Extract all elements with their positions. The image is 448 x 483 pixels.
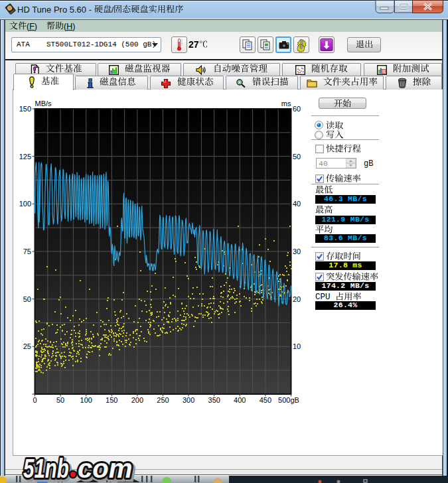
svg-text:ms: ms — [281, 100, 291, 107]
svg-text:350: 350 — [208, 396, 220, 404]
svg-text:30: 30 — [293, 247, 301, 255]
svg-text:300: 300 — [183, 396, 194, 404]
svg-text:400: 400 — [234, 396, 246, 404]
svg-text:40: 40 — [293, 200, 301, 208]
svg-text:125: 125 — [19, 153, 31, 161]
svg-text:20: 20 — [293, 295, 301, 303]
svg-text:150: 150 — [106, 396, 117, 404]
svg-text:200: 200 — [131, 396, 143, 404]
svg-text:25: 25 — [23, 342, 31, 350]
svg-text:100: 100 — [80, 396, 92, 404]
svg-text:250: 250 — [157, 396, 169, 404]
svg-text:50: 50 — [293, 153, 301, 161]
svg-text:150: 150 — [19, 105, 31, 113]
svg-text:450: 450 — [260, 396, 271, 404]
svg-text:10: 10 — [293, 342, 301, 350]
svg-text:60: 60 — [293, 105, 301, 113]
svg-text:com: com — [78, 454, 133, 483]
svg-text:100: 100 — [19, 200, 31, 208]
svg-text:500gB: 500gB — [278, 396, 299, 404]
svg-text:50: 50 — [23, 295, 31, 303]
svg-text:51nb: 51nb — [23, 454, 69, 483]
svg-text:0: 0 — [33, 396, 37, 404]
svg-text:50: 50 — [56, 396, 64, 404]
svg-text:75: 75 — [23, 247, 31, 255]
svg-text:MB/s: MB/s — [35, 100, 52, 107]
